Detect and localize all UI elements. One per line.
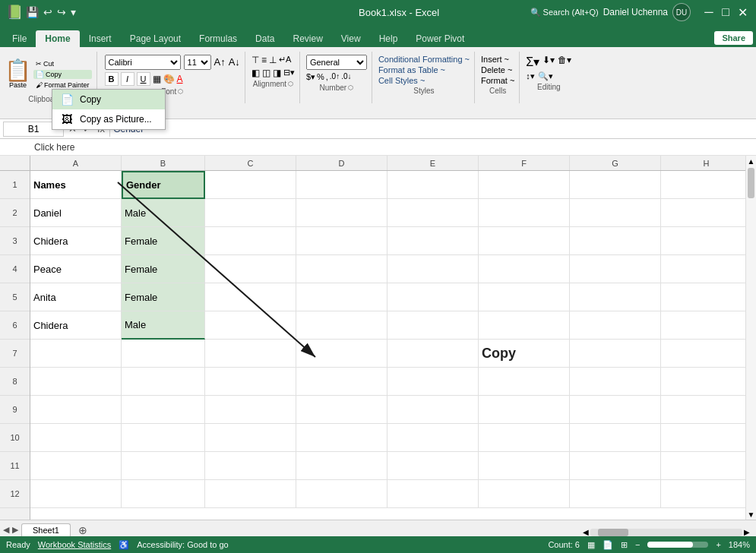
tab-help[interactable]: Help: [370, 30, 407, 47]
cell-h6[interactable]: [661, 311, 745, 340]
cell-b7[interactable]: [122, 340, 205, 368]
cell-c3[interactable]: [205, 227, 296, 255]
cell-b5[interactable]: Female: [122, 283, 205, 311]
scroll-thumb[interactable]: [748, 168, 754, 198]
italic-button[interactable]: I: [121, 72, 134, 86]
cell-h9[interactable]: [661, 396, 745, 424]
scroll-up-button[interactable]: ▲: [746, 156, 756, 166]
cell-h4[interactable]: [661, 255, 745, 283]
cut-button[interactable]: ✂ Cut: [33, 59, 92, 68]
sheet-tab-sheet1[interactable]: Sheet1: [21, 523, 71, 536]
format-button[interactable]: Format ~: [481, 76, 514, 85]
cell-b4[interactable]: Female: [122, 255, 205, 283]
save-icon[interactable]: 💾: [26, 6, 39, 18]
cell-e5[interactable]: [387, 283, 479, 311]
cell-c10[interactable]: [205, 424, 296, 452]
cell-a6[interactable]: Chidera: [30, 311, 122, 340]
cell-e10[interactable]: [387, 424, 479, 452]
cell-f11[interactable]: [479, 452, 570, 480]
cell-b10[interactable]: [122, 424, 205, 452]
cell-a9[interactable]: [30, 396, 122, 424]
cell-g2[interactable]: [570, 199, 661, 227]
undo-icon[interactable]: ↩: [43, 6, 52, 18]
cell-d11[interactable]: [296, 452, 387, 480]
tab-insert[interactable]: Insert: [80, 30, 121, 47]
underline-button[interactable]: U: [137, 72, 150, 86]
cell-c5[interactable]: [205, 283, 296, 311]
fill-color-icon[interactable]: 🎨: [163, 74, 175, 84]
cell-c11[interactable]: [205, 452, 296, 480]
font-size-select[interactable]: 11: [184, 55, 211, 70]
cell-f5[interactable]: [479, 283, 570, 311]
cell-g12[interactable]: [570, 480, 661, 508]
close-icon[interactable]: ✕: [735, 5, 750, 20]
cell-f9[interactable]: [479, 396, 570, 424]
cell-b8[interactable]: [122, 368, 205, 396]
row-2[interactable]: 2: [0, 199, 30, 227]
cell-d1[interactable]: [296, 171, 387, 199]
row-5[interactable]: 5: [0, 283, 30, 311]
cell-d2[interactable]: [296, 199, 387, 227]
tab-review[interactable]: Review: [283, 30, 331, 47]
cell-f1[interactable]: [479, 171, 570, 199]
row-6[interactable]: 6: [0, 311, 30, 340]
scroll-down-button[interactable]: ▼: [746, 509, 756, 520]
cell-e3[interactable]: [387, 227, 479, 255]
cell-b6[interactable]: Male: [122, 311, 205, 340]
row-1[interactable]: 1: [0, 171, 30, 199]
cell-h8[interactable]: [661, 368, 745, 396]
col-header-b[interactable]: B: [122, 156, 205, 170]
normal-view-icon[interactable]: ▦: [587, 540, 595, 550]
percent-icon[interactable]: %: [317, 72, 324, 82]
scroll-right-icon[interactable]: ▶: [744, 528, 750, 536]
col-header-e[interactable]: E: [387, 156, 479, 170]
paste-button[interactable]: 📋 Paste: [5, 60, 31, 89]
cell-d9[interactable]: [296, 396, 387, 424]
cell-d7[interactable]: [296, 340, 387, 368]
cell-f7[interactable]: Copy: [479, 340, 570, 368]
col-header-h[interactable]: H: [661, 156, 745, 170]
row-8[interactable]: 8: [0, 368, 30, 396]
cell-g7[interactable]: [570, 340, 661, 368]
minimize-icon[interactable]: ─: [701, 5, 716, 20]
cell-g11[interactable]: [570, 452, 661, 480]
cell-d4[interactable]: [296, 255, 387, 283]
row-3[interactable]: 3: [0, 227, 30, 255]
cell-e9[interactable]: [387, 396, 479, 424]
cell-f2[interactable]: [479, 199, 570, 227]
decrease-decimal-icon[interactable]: .0↓: [341, 72, 351, 82]
cell-e7[interactable]: [387, 340, 479, 368]
cell-e2[interactable]: [387, 199, 479, 227]
delete-button[interactable]: Delete ~: [481, 65, 514, 74]
cell-g5[interactable]: [570, 283, 661, 311]
merge-cells-icon[interactable]: ⊟▾: [283, 68, 295, 78]
formula-input[interactable]: [113, 124, 753, 134]
cell-a2[interactable]: Daniel: [30, 199, 122, 227]
search-bar[interactable]: 🔍 Search (Alt+Q): [530, 8, 599, 17]
cell-h11[interactable]: [661, 452, 745, 480]
tab-home[interactable]: Home: [36, 30, 79, 47]
cell-e12[interactable]: [387, 480, 479, 508]
cell-d6[interactable]: [296, 311, 387, 340]
cell-e8[interactable]: [387, 368, 479, 396]
align-center-icon[interactable]: ◫: [262, 68, 270, 78]
format-as-table-button[interactable]: Format as Table ~: [378, 65, 470, 74]
row-7[interactable]: 7: [0, 340, 30, 368]
align-right-icon[interactable]: ◨: [273, 68, 281, 78]
context-copy-item[interactable]: 📄 Copy: [52, 90, 165, 109]
cell-g9[interactable]: [570, 396, 661, 424]
conditional-formatting-button[interactable]: Conditional Formatting ~: [378, 55, 470, 64]
align-middle-icon[interactable]: ≡: [261, 55, 267, 65]
tab-data[interactable]: Data: [246, 30, 283, 47]
cell-d3[interactable]: [296, 227, 387, 255]
cell-a1[interactable]: Names: [30, 171, 122, 199]
row-9[interactable]: 9: [0, 396, 30, 424]
cell-b2[interactable]: Male: [122, 199, 205, 227]
cell-c7[interactable]: [205, 340, 296, 368]
cell-g3[interactable]: [570, 227, 661, 255]
redo-icon[interactable]: ↪: [57, 6, 66, 18]
col-header-c[interactable]: C: [205, 156, 296, 170]
align-bottom-icon[interactable]: ⊥: [269, 55, 277, 65]
add-sheet-button[interactable]: ⊕: [74, 524, 92, 536]
cell-h1[interactable]: [661, 171, 745, 199]
